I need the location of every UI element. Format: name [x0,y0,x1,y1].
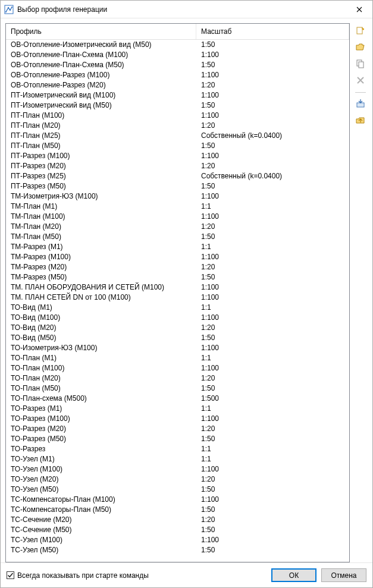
cell-profile: ТО-Разрез (M1) [6,404,196,414]
export-button[interactable] [354,114,367,127]
table-row[interactable]: ПТ-Разрез (M20)1:20 [6,161,349,171]
table-row[interactable]: ТМ-Изометрия-ЮЗ (M100)1:100 [6,191,349,202]
table-row[interactable]: ТО-План (M1)1:1 [6,353,349,363]
import-button[interactable] [354,98,367,111]
cancel-button[interactable]: Отмена [321,568,366,582]
cell-scale: 1:20 [196,262,349,272]
table-row[interactable]: ОВ-Отопление-План-Схема (M50)1:50 [6,60,349,70]
svg-point-3 [10,10,11,11]
cell-scale: 1:1 [196,242,349,252]
cell-scale: 1:100 [196,414,349,424]
table-row[interactable]: ПТ-Изометрический вид (M100)1:100 [6,90,349,100]
cell-scale: 1:100 [196,495,349,505]
cell-scale: 1:100 [196,343,349,353]
svg-point-4 [11,7,12,8]
table-row[interactable]: ТМ. ПЛАН ОБОРУДОВАНИЯ И СЕТЕЙ (M100)1:10… [6,282,349,293]
table-row[interactable]: ТС-Узел (M50)1:50 [6,545,349,555]
cell-profile: ПТ-План (M50) [6,141,196,151]
open-button[interactable] [354,41,367,54]
cell-scale: 1:20 [196,121,349,131]
table-row[interactable]: ТС-Компенсаторы-План (M100)1:100 [6,495,349,505]
table-row[interactable]: ТО-Вид (M100)1:100 [6,313,349,323]
table-row[interactable]: ПТ-План (M20)1:20 [6,121,349,131]
header-scale[interactable]: Масштаб [196,24,349,39]
window-title: Выбор профиля генерации [17,5,346,14]
table-row[interactable]: ТМ-Разрез (M100)1:100 [6,252,349,262]
table-row[interactable]: ПТ-Разрез (M25)Собственный (k=0.0400) [6,171,349,181]
table-row[interactable]: ТМ-План (M100)1:100 [6,212,349,222]
cell-profile: ТО-Разрез (M20) [6,424,196,434]
table-row[interactable]: ТО-План (M100)1:100 [6,363,349,373]
cell-profile: ОВ-Отопление-План-Схема (M100) [6,50,196,60]
copy-icon [356,59,365,70]
table-row[interactable]: ТО-Вид (M1)1:1 [6,303,349,313]
new-button[interactable] [354,24,367,37]
table-row[interactable]: ОВ-Отопление-Разрез (M100)1:100 [6,70,349,80]
table-row[interactable]: ТМ. ПЛАН СЕТЕЙ DN от 100 (M100)1:100 [6,293,349,303]
table-row[interactable]: ОВ-Отопление-Разрез (M20)1:20 [6,80,349,90]
table-row[interactable]: ТО-Изометрия-ЮЗ (M100)1:100 [6,343,349,353]
table-row[interactable]: ТО-Узел (M100)1:100 [6,464,349,474]
table-row[interactable]: ТО-Узел (M20)1:20 [6,474,349,485]
cell-scale: 1:20 [196,474,349,485]
table-row[interactable]: ТМ-План (M20)1:20 [6,222,349,232]
table-row[interactable]: ПТ-План (M50)1:50 [6,141,349,151]
client-area: Профиль Масштаб ОВ-Отопление-Изометричес… [1,18,372,587]
table-row[interactable]: ТМ-Разрез (M1)1:1 [6,242,349,252]
cell-profile: ПТ-Разрез (M100) [6,151,196,161]
cell-profile: ПТ-План (M25) [6,131,196,141]
header-profile[interactable]: Профиль [6,24,196,39]
table-row[interactable]: ОВ-Отопление-Изометрический вид (M50)1:5… [6,40,349,50]
cell-profile: ПТ-Разрез (M25) [6,171,196,181]
table-row[interactable]: ТО-План (M50)1:50 [6,383,349,394]
cell-profile: ТО-План (M100) [6,363,196,373]
table-row[interactable]: ТО-Вид (M50)1:50 [6,333,349,343]
table-row[interactable]: ТМ-Разрез (M20)1:20 [6,262,349,272]
cell-scale: 1:50 [196,383,349,394]
cell-scale: 1:20 [196,80,349,90]
table-row[interactable]: ТС-Сечение (M50)1:50 [6,525,349,535]
table-row[interactable]: ТМ-Разрез (M50)1:50 [6,272,349,282]
table-row[interactable]: ПТ-Разрез (M100)1:100 [6,151,349,161]
cell-scale: 1:100 [196,313,349,323]
table-row[interactable]: ТС-Узел (M100)1:100 [6,535,349,545]
cell-profile: ОВ-Отопление-План-Схема (M50) [6,60,196,70]
checkbox-label: Всегда показывать при старте команды [17,571,149,580]
always-show-checkbox[interactable]: Всегда показывать при старте команды [7,571,267,580]
ok-button[interactable]: ОК [271,568,316,582]
table-row[interactable]: ТО-Разрез1:1 [6,444,349,454]
copy-button[interactable] [354,58,367,71]
cell-scale: 1:50 [196,40,349,50]
table-row[interactable]: ПТ-Изометрический вид (M50)1:50 [6,100,349,111]
cell-profile: ОВ-Отопление-Разрез (M20) [6,80,196,90]
new-icon [356,26,365,37]
table-row[interactable]: ТО-Разрез (M100)1:100 [6,414,349,424]
table-row[interactable]: ТО-План (M20)1:20 [6,373,349,383]
svg-rect-5 [357,27,362,34]
table-body[interactable]: ОВ-Отопление-Изометрический вид (M50)1:5… [6,40,349,562]
table-row[interactable]: ТС-Компенсаторы-План (M50)1:50 [6,505,349,515]
table-row[interactable]: ТО-Разрез (M50)1:50 [6,434,349,444]
table-row[interactable]: ТМ-План (M1)1:1 [6,202,349,212]
close-button[interactable] [346,1,372,18]
cell-scale: 1:50 [196,505,349,515]
table-row[interactable]: ТО-План-схема (M500)1:500 [6,394,349,404]
table-row[interactable]: ТО-Разрез (M1)1:1 [6,404,349,414]
import-icon [356,99,365,110]
cell-scale: 1:100 [196,363,349,373]
table-row[interactable]: ПТ-План (M25)Собственный (k=0.0400) [6,131,349,141]
cell-scale: 1:100 [196,191,349,202]
table-row[interactable]: ПТ-Разрез (M50)1:50 [6,181,349,191]
table-row[interactable]: ТС-Сечение (M20)1:20 [6,515,349,525]
cell-profile: ТМ-Разрез (M1) [6,242,196,252]
table-row[interactable]: ТО-Вид (M20)1:20 [6,323,349,333]
table-row[interactable]: ПТ-План (M100)1:100 [6,111,349,121]
delete-button [354,74,367,87]
table-row[interactable]: ТО-Узел (M1)1:1 [6,454,349,464]
svg-rect-7 [359,62,363,68]
table-row[interactable]: ТО-Разрез (M20)1:20 [6,424,349,434]
table-row[interactable]: ТО-Узел (M50)1:50 [6,485,349,495]
table-row[interactable]: ОВ-Отопление-План-Схема (M100)1:100 [6,50,349,60]
table-row[interactable]: ТМ-План (M50)1:50 [6,232,349,242]
cell-profile: ТМ. ПЛАН СЕТЕЙ DN от 100 (M100) [6,293,196,303]
